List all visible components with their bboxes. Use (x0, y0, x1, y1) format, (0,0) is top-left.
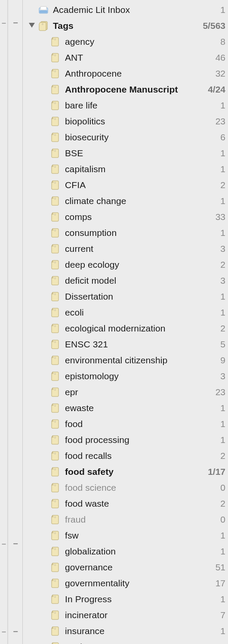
tag-count: 1 (217, 291, 225, 302)
tag-label: capitalism (65, 164, 217, 174)
tag-row[interactable]: fraud0 (23, 511, 228, 527)
collapse-button[interactable]: − (12, 539, 19, 548)
tag-label: climate change (65, 196, 217, 206)
tag-row[interactable]: Dissertation1 (23, 288, 228, 304)
tag-icon (49, 307, 62, 319)
inbox-row[interactable]: Academic Lit Inbox 1 (23, 2, 228, 18)
tag-row[interactable]: deficit model3 (23, 272, 228, 288)
tag-count: 0 (217, 514, 225, 525)
tag-row[interactable]: fsw1 (23, 527, 228, 543)
tag-row[interactable]: ENSC 3215 (23, 336, 228, 352)
tag-row[interactable]: food science0 (23, 480, 228, 495)
tag-row[interactable]: globalization1 (23, 543, 228, 559)
tag-icon (49, 84, 62, 96)
left-gutter: ––– (0, 0, 8, 644)
tag-row[interactable]: Anthropocene32 (23, 65, 228, 81)
tag-row[interactable]: food processing1 (23, 432, 228, 448)
tag-icon (49, 179, 62, 191)
tag-row[interactable]: consumption1 (23, 225, 228, 241)
tag-icon (49, 370, 62, 382)
collapse-button[interactable]: − (12, 627, 19, 636)
sidebar-container: ––– −−− Academic Lit Inbox 1 Tags 5/563 … (0, 0, 228, 644)
tag-label: Dissertation (65, 291, 217, 302)
tag-row[interactable]: food recalls2 (23, 448, 228, 464)
tag-row[interactable]: ecological modernization2 (23, 320, 228, 336)
tag-row[interactable]: epistomology3 (23, 368, 228, 384)
tag-row[interactable]: ecoli1 (23, 304, 228, 320)
tags-group-label: Tags (53, 21, 199, 31)
tag-row[interactable]: food safety1/17 (23, 464, 228, 480)
tag-row[interactable]: BSE1 (23, 145, 228, 161)
inbox-count: 1 (217, 5, 225, 15)
tag-row[interactable]: deep ecology2 (23, 257, 228, 272)
tag-count: 5 (217, 339, 225, 350)
tag-count: 1 (217, 403, 225, 413)
tag-icon (49, 322, 62, 334)
tag-icon (49, 514, 62, 526)
tag-count: 1 (217, 148, 225, 158)
tag-row[interactable]: epr23 (23, 384, 228, 400)
tag-row[interactable]: biosecurity6 (23, 129, 228, 145)
tag-row[interactable]: In Progress1 (23, 591, 228, 607)
tag-icon (49, 243, 62, 255)
disclosure-triangle-icon[interactable] (26, 23, 37, 29)
tag-count: 1 (217, 419, 225, 429)
tag-label: epr (65, 387, 212, 397)
tag-count: 2 (217, 323, 225, 334)
tag-row[interactable]: comps33 (23, 209, 228, 225)
tag-row[interactable]: governance51 (23, 559, 228, 575)
tag-label: globalization (65, 546, 217, 557)
tag-count: 1 (217, 228, 225, 238)
tag-row[interactable]: food1 (23, 416, 228, 432)
tag-row[interactable]: biopolitics23 (23, 113, 228, 129)
tag-label: governance (65, 562, 212, 573)
tag-row[interactable]: Anthropocene Manuscript4/24 (23, 81, 228, 97)
tag-icon (49, 641, 62, 644)
tag-label: agency (65, 37, 217, 47)
tag-count: 0 (217, 483, 225, 493)
tag-row[interactable]: CFIA2 (23, 177, 228, 193)
tag-count: 1 (217, 100, 225, 111)
tag-count: 1 (217, 594, 225, 604)
tag-row[interactable]: food waste2 (23, 495, 228, 511)
tag-label: epistomology (65, 371, 217, 381)
tag-count: 18 (212, 642, 225, 644)
tag-row[interactable]: ewaste1 (23, 400, 228, 416)
tag-row[interactable]: bare life1 (23, 97, 228, 113)
tag-label: food safety (65, 467, 204, 477)
tags-group-icon (37, 20, 49, 32)
tag-icon (49, 466, 62, 478)
tag-label: food science (65, 483, 217, 493)
tag-count: 1 (217, 626, 225, 636)
tag-icon (49, 593, 62, 605)
tag-label: ENSC 321 (65, 339, 217, 350)
tag-label: insurance (65, 626, 217, 636)
tag-row[interactable]: climate change1 (23, 193, 228, 209)
tag-label: food recalls (65, 451, 217, 461)
tag-count: 4/24 (204, 84, 225, 95)
tag-row[interactable]: incinerator7 (23, 607, 228, 623)
tag-row[interactable]: current3 (23, 241, 228, 257)
collapse-button[interactable]: − (12, 19, 19, 27)
tag-count: 2 (217, 498, 225, 509)
tag-row[interactable]: Lookup18 (23, 639, 228, 644)
tags-group-row[interactable]: Tags 5/563 (23, 18, 228, 34)
tag-row[interactable]: insurance1 (23, 623, 228, 639)
tag-count: 23 (212, 116, 225, 127)
tag-row[interactable]: environmental citizenship9 (23, 352, 228, 368)
tag-label: governmentality (65, 578, 212, 588)
tag-row[interactable]: governmentality17 (23, 575, 228, 591)
tag-label: fraud (65, 514, 217, 525)
inbox-icon (37, 4, 49, 16)
tag-count: 2 (217, 260, 225, 270)
tag-count: 1/17 (204, 467, 225, 477)
tag-row[interactable]: agency8 (23, 34, 228, 50)
tag-count: 1 (217, 530, 225, 541)
tag-row[interactable]: capitalism1 (23, 161, 228, 177)
tag-row[interactable]: ANT46 (23, 50, 228, 65)
tag-count: 6 (217, 132, 225, 142)
tag-count: 3 (217, 244, 225, 254)
tag-label: CFIA (65, 180, 217, 190)
tag-count: 1 (217, 435, 225, 445)
tag-icon (49, 418, 62, 430)
